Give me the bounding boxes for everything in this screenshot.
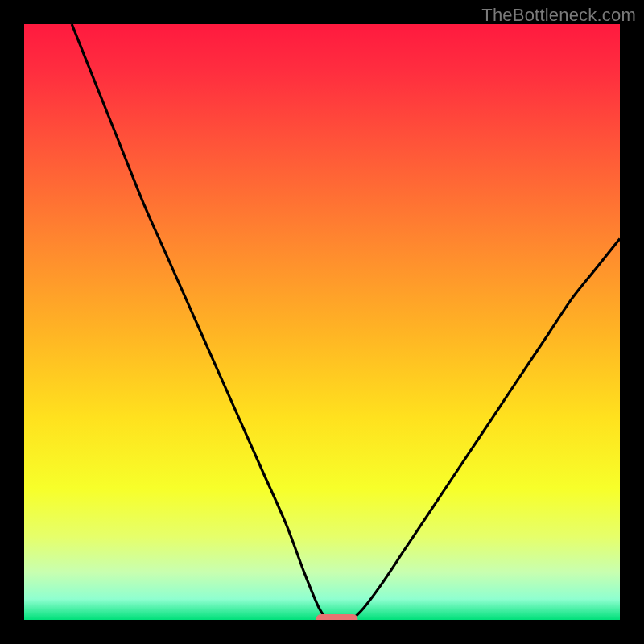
attribution-text: TheBottleneck.com (481, 5, 636, 26)
bottleneck-chart (0, 0, 644, 644)
plot-frame-bottom (0, 620, 644, 644)
plot-background (24, 24, 620, 620)
plot-frame-left (0, 0, 24, 644)
plot-frame-right (620, 0, 644, 644)
chart-canvas: TheBottleneck.com (0, 0, 644, 644)
